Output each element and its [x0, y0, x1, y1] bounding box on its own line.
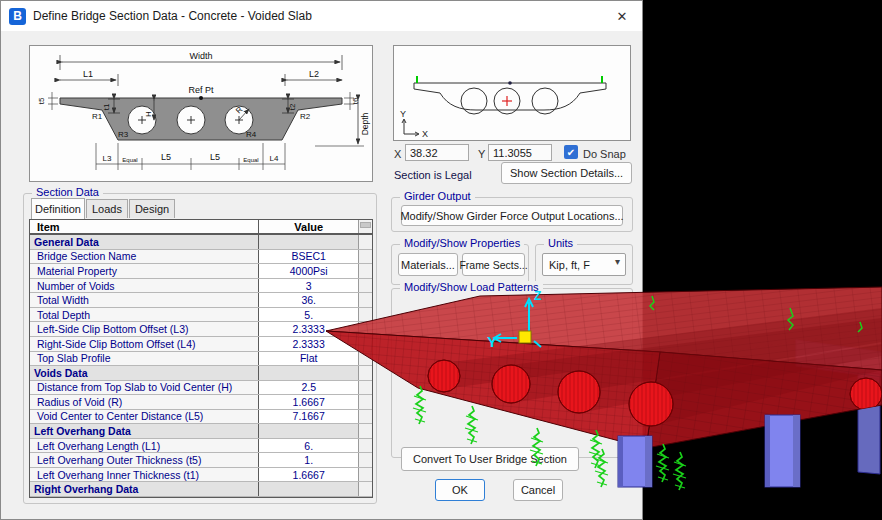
table-row: Left Overhang Inner Thickness (t1)1.6667: [30, 468, 372, 483]
table-row: Void Center to Center Distance (L5)7.166…: [30, 410, 372, 425]
dim-h-label: H: [144, 111, 153, 117]
app-icon: B: [9, 8, 26, 25]
materials-button[interactable]: Materials...: [398, 253, 458, 276]
title-bar[interactable]: B Define Bridge Section Data - Concrete …: [1, 1, 642, 31]
row-value-cell[interactable]: 6.: [259, 439, 359, 453]
row-value-cell[interactable]: 2.3333: [259, 337, 359, 351]
cancel-button[interactable]: Cancel: [513, 479, 563, 501]
scrollbar-track: [359, 468, 372, 482]
scrollbar-track: [359, 264, 372, 278]
3d-viewport-background[interactable]: [643, 0, 882, 520]
table-group-row: General Data: [30, 235, 372, 250]
modify-show-properties-label: Modify/Show Properties: [400, 237, 524, 249]
table-row: Right-Side Clip Bottom Offset (L4)2.3333: [30, 337, 372, 352]
r4-label: R4: [246, 130, 257, 139]
table-scrollbar[interactable]: [359, 220, 372, 233]
dim-l3-label: L3: [103, 154, 112, 163]
do-snap-checkbox[interactable]: ✔: [564, 145, 578, 159]
scrollbar-thumb[interactable]: [360, 222, 371, 228]
table-row: Left Overhang Length (L1)6.: [30, 439, 372, 454]
table-row: Top Slab ProfileFlat: [30, 352, 372, 367]
section-diagram: Width L1 L2 Ref Pt H: [30, 46, 372, 181]
value-column-header: Value: [259, 220, 359, 233]
scrollbar-track: [359, 322, 372, 336]
row-value-cell[interactable]: 5.: [259, 308, 359, 322]
y-coordinate-label: Y: [478, 148, 485, 160]
section-preview-drawing: Y X: [394, 46, 630, 140]
frame-sects-button[interactable]: Frame Sects...: [462, 253, 525, 276]
scrollbar-track: [359, 482, 372, 496]
row-item-label: Void Center to Center Distance (L5): [30, 410, 259, 424]
row-value-cell[interactable]: 2.5: [259, 381, 359, 395]
row-item-label: Material Property: [30, 264, 259, 278]
row-value-cell[interactable]: 1.6667: [259, 468, 359, 482]
row-item-label: Left Overhang Length (L1): [30, 439, 259, 453]
dim-l5a-label: L5: [161, 152, 171, 162]
row-value-cell[interactable]: 4000Psi: [259, 264, 359, 278]
tab-design[interactable]: Design: [129, 199, 175, 218]
r2-label: R2: [300, 112, 311, 121]
section-preview-panel[interactable]: Y X: [393, 45, 631, 141]
ok-button[interactable]: OK: [435, 479, 485, 501]
units-group-label: Units: [544, 237, 577, 249]
convert-to-user-bridge-section-button[interactable]: Convert To User Bridge Section: [401, 447, 579, 471]
y-coordinate-field[interactable]: 11.3055: [488, 144, 552, 161]
row-item-label: Voids Data: [30, 366, 259, 380]
chevron-down-icon: ▾: [615, 256, 620, 267]
row-item-label: Left-Side Clip Bottom Offset (L3): [30, 322, 259, 336]
x-coordinate-field[interactable]: 38.32: [405, 144, 469, 161]
row-value-cell[interactable]: Flat: [259, 352, 359, 366]
show-section-details-button[interactable]: Show Section Details...: [501, 162, 632, 184]
dim-t1-label: t1: [102, 103, 111, 110]
row-item-label: Bridge Section Name: [30, 250, 259, 264]
row-value-cell[interactable]: 1.: [259, 453, 359, 467]
dialog-title: Define Bridge Section Data - Concrete - …: [33, 9, 312, 23]
row-item-label: General Data: [30, 235, 259, 249]
row-value-cell: [259, 424, 359, 438]
row-value-cell[interactable]: 2.3333: [259, 322, 359, 336]
row-item-label: Left Overhang Data: [30, 424, 259, 438]
dim-equal-right-label: Equal: [243, 157, 258, 163]
tab-loads[interactable]: Loads: [86, 199, 128, 218]
row-item-label: Right Overhang Data: [30, 482, 259, 496]
load-patterns-group-label: Modify/Show Load Patterns: [400, 281, 543, 293]
x-coordinate-label: X: [394, 148, 401, 160]
row-value-cell[interactable]: 7.1667: [259, 410, 359, 424]
table-row: Number of Voids3: [30, 279, 372, 294]
scrollbar-track: [359, 235, 372, 249]
table-body: General DataBridge Section NameBSEC1Mate…: [30, 235, 372, 497]
row-item-label: Total Width: [30, 293, 259, 307]
r3-label: R3: [118, 130, 129, 139]
table-row: Total Width36.: [30, 293, 372, 308]
girder-force-output-button[interactable]: Modify/Show Girder Force Output Location…: [401, 205, 623, 226]
table-row: Distance from Top Slab to Void Center (H…: [30, 381, 372, 396]
dim-depth-label: Depth: [360, 112, 370, 135]
table-group-row: Voids Data: [30, 366, 372, 381]
dim-width-label: Width: [189, 51, 212, 61]
scrollbar-track: [359, 381, 372, 395]
row-value-cell[interactable]: BSEC1: [259, 250, 359, 264]
table-row: Total Depth5.: [30, 308, 372, 323]
do-snap-label: Do Snap: [583, 148, 626, 160]
row-value-cell[interactable]: 1.6667: [259, 395, 359, 409]
table-header-row: Item Value: [30, 220, 372, 235]
row-value-cell[interactable]: 36.: [259, 293, 359, 307]
section-data-group-label: Section Data: [32, 186, 103, 198]
units-dropdown[interactable]: Kip, ft, F ▾: [542, 253, 626, 276]
girder-output-group-label: Girder Output: [400, 190, 475, 202]
row-item-label: Number of Voids: [30, 279, 259, 293]
row-value-cell: [259, 482, 359, 496]
section-legal-status: Section is Legal: [394, 169, 472, 181]
scrollbar-track: [359, 424, 372, 438]
row-item-label: Right-Side Clip Bottom Offset (L4): [30, 337, 259, 351]
scrollbar-track: [359, 279, 372, 293]
row-item-label: Total Depth: [30, 308, 259, 322]
table-row: Material Property4000Psi: [30, 264, 372, 279]
row-value-cell[interactable]: 3: [259, 279, 359, 293]
close-icon[interactable]: ✕: [610, 5, 634, 27]
dim-t6-label: t6: [351, 97, 360, 104]
tab-definition[interactable]: Definition: [31, 198, 85, 219]
table-row: Radius of Void (R)1.6667: [30, 395, 372, 410]
row-item-label: Top Slab Profile: [30, 352, 259, 366]
scrollbar-track: [359, 352, 372, 366]
